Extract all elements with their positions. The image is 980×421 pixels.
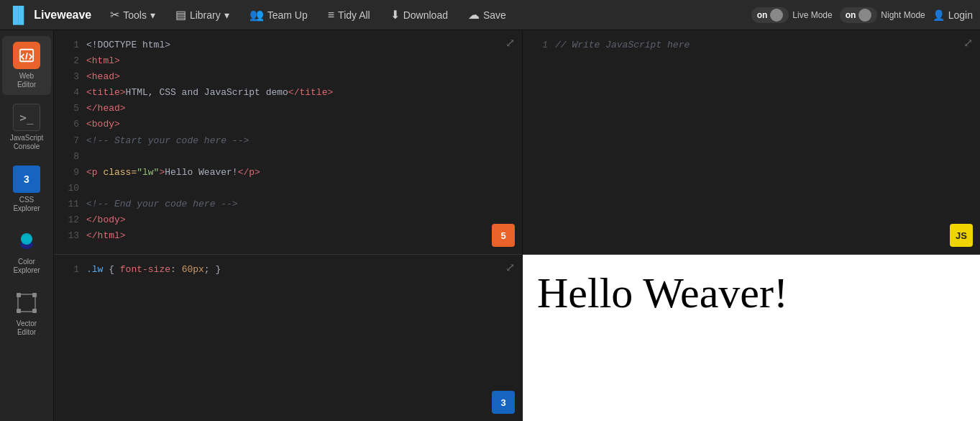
main-content: WebEditor >_ JavaScriptConsole 3 CSSExpl… [0,30,980,421]
css-expand-button[interactable]: ⤢ [505,261,515,274]
night-mode-circle [858,9,871,22]
svg-rect-7 [32,293,37,297]
css-code: .lw { font-size: 60px; } [86,262,513,278]
editor-area: ⤢ 123 456 789 101112 13 <!DOCTYPE html> … [54,30,523,421]
svg-point-4 [21,235,32,243]
js-code: // Write JavaScript here [555,37,971,53]
css-code-content[interactable]: 1 .lw { font-size: 60px; } [54,255,522,285]
svg-rect-8 [17,309,21,313]
web-editor-label: WebEditor [17,72,36,89]
sidebar-item-css-explorer[interactable]: 3 CSSExplorer [2,160,51,219]
web-editor-icon [13,42,40,69]
css-explorer-label: CSSExplorer [13,196,40,213]
team-up-button[interactable]: 👥 Team Up [241,4,316,26]
color-explorer-icon [13,227,40,255]
live-mode-switch[interactable]: on [751,7,789,23]
svg-rect-9 [32,309,37,313]
html-expand-button[interactable]: ⤢ [505,36,515,50]
login-button[interactable]: 👤 Login [933,9,973,21]
color-explorer-label: ColorExplorer [13,258,40,275]
library-menu-button[interactable]: ▤ Library ▾ [167,4,238,26]
download-icon: ⬇ [390,8,400,22]
download-button[interactable]: ⬇ Download [382,4,457,26]
tools-menu-button[interactable]: ✂ Tools ▾ [101,4,164,26]
chevron-down-icon: ▾ [150,9,155,21]
js-editor-panel[interactable]: ⤢ 1 // Write JavaScript here JS [523,30,980,255]
live-mode-on-label: on [757,10,768,20]
team-icon: 👥 [249,8,264,22]
html-line-numbers: 123 456 789 101112 13 [61,37,79,244]
live-mode-label: Live Mode [792,10,832,20]
js-console-label: JavaScriptConsole [10,134,44,151]
html-code: <!DOCTYPE html> <html> <head> <title>HTM… [86,37,513,244]
svg-line-1 [26,53,27,59]
save-icon: ☁ [468,8,480,22]
sidebar: WebEditor >_ JavaScriptConsole 3 CSSExpl… [0,30,54,421]
sidebar-item-js-console[interactable]: >_ JavaScriptConsole [2,98,51,157]
sidebar-item-web-editor[interactable]: WebEditor [2,36,51,95]
js-line-numbers: 1 [530,37,548,53]
css-explorer-icon: 3 [13,166,40,193]
sidebar-item-color-explorer[interactable]: ColorExplorer [2,222,51,281]
top-navigation: ▐▌ Liveweave ✂ Tools ▾ ▤ Library ▾ 👥 Tea… [0,0,980,30]
live-mode-toggle-group[interactable]: on Live Mode [751,7,833,23]
sidebar-item-vector-editor[interactable]: VectorEditor [2,284,51,343]
css-line-numbers: 1 [61,262,79,278]
vector-editor-icon [13,289,40,317]
nav-right-controls: on Live Mode on Night Mode 👤 Login [751,7,973,23]
night-mode-switch[interactable]: on [840,7,878,23]
brand-name: Liveweave [34,9,91,22]
svg-rect-6 [17,293,21,297]
night-mode-toggle-group[interactable]: on Night Mode [840,7,925,23]
js-badge: JS [950,224,973,247]
html-editor-panel[interactable]: ⤢ 123 456 789 101112 13 <!DOCTYPE html> … [54,30,522,255]
js-console-icon: >_ [13,104,40,131]
css-badge: 3 [492,391,515,414]
tidy-icon: ≡ [328,9,334,22]
live-mode-circle [770,9,783,22]
save-button[interactable]: ☁ Save [459,4,515,26]
night-mode-on-label: on [846,10,856,20]
preview-output-text: Hello Weaver! [537,269,788,317]
tidy-all-button[interactable]: ≡ Tidy All [319,4,379,26]
library-icon: ▤ [175,8,186,22]
brand-logo-area: ▐▌ Liveweave [7,6,91,24]
brand-logo-icon: ▐▌ [7,6,29,24]
chevron-down-icon: ▾ [224,9,229,21]
preview-area: ⤢ 1 // Write JavaScript here JS Hello We… [523,30,980,421]
vector-editor-label: VectorEditor [17,320,37,337]
night-mode-label: Night Mode [881,10,925,20]
user-icon: 👤 [933,9,945,21]
html-badge: 5 [492,224,515,247]
live-preview-panel: Hello Weaver! [523,255,980,421]
tools-icon: ✂ [110,8,119,22]
js-code-content[interactable]: 1 // Write JavaScript here [523,30,980,60]
html-code-content[interactable]: 123 456 789 101112 13 <!DOCTYPE html> <h… [54,30,522,251]
css-editor-panel[interactable]: ⤢ 1 .lw { font-size: 60px; } 3 [54,255,522,421]
